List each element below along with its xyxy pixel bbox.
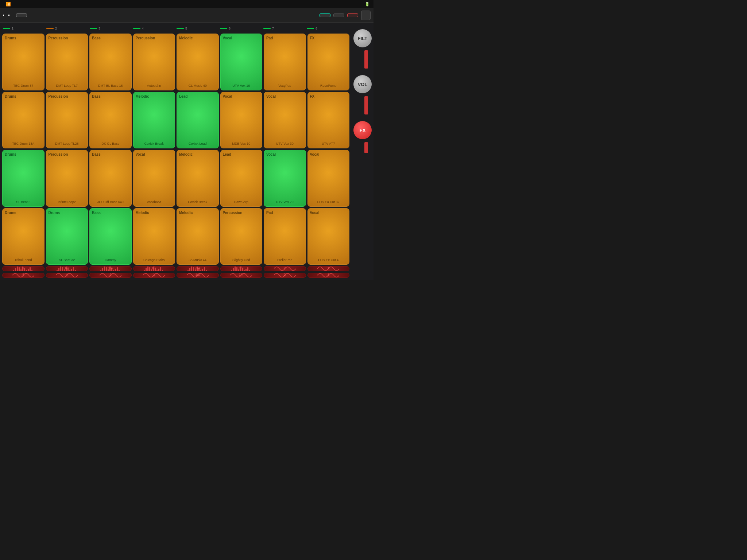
red-pad-1-6[interactable]: 1/3 xyxy=(220,266,263,271)
red-pad-label: 1/4 xyxy=(221,273,262,276)
pad-type: Drums xyxy=(5,152,42,156)
vol-button[interactable]: VOL xyxy=(353,75,372,93)
pad-type: FX xyxy=(310,36,347,40)
fx-button[interactable]: FX xyxy=(353,121,372,139)
pad-1-7[interactable]: Pad VoxyPad xyxy=(264,34,306,90)
pad-3-8[interactable]: Vocal FOS Ea Cut 37 xyxy=(307,150,350,207)
pad-name: Autobahn xyxy=(147,84,161,88)
pad-4-8[interactable]: Vocal FOS Ee Cut 4 xyxy=(307,208,350,265)
pad-1-4[interactable]: Percussion Autobahn xyxy=(133,34,175,90)
red-pad-label: 1/3 xyxy=(221,266,262,270)
pad-4-6[interactable]: Percussion Slightly Odd xyxy=(220,208,263,265)
pad-type: Percussion xyxy=(49,152,86,156)
pad-name: DMT BL Bass 16 xyxy=(98,84,123,88)
pad-type: Melodic xyxy=(136,94,173,98)
pad-type: Percussion xyxy=(223,211,260,215)
red-pad-2-3[interactable]: 2 xyxy=(89,273,132,278)
trigger-button[interactable] xyxy=(333,13,344,17)
pad-type: Bass xyxy=(92,211,129,215)
top-nav xyxy=(0,8,374,23)
red-pad-1-4[interactable]: 1/8 xyxy=(133,266,175,271)
pad-type: Drums xyxy=(5,94,42,98)
pad-2-5[interactable]: Lead Coxick Lead xyxy=(177,92,219,149)
red-row-2: 8 4 2 1 1/2 1/4 xyxy=(2,273,349,278)
red-pad-2-6[interactable]: 1/4 xyxy=(220,273,263,278)
pad-4-3[interactable]: Bass Gammy xyxy=(89,208,132,265)
red-pad-1-1[interactable]: 1 xyxy=(2,266,44,271)
pad-1-2[interactable]: Percussion DMT Loop TL7 xyxy=(46,34,88,90)
pad-3-3[interactable]: Bass JCU Off Bass 640 xyxy=(89,150,132,207)
pad-name: TEC Drum 37 xyxy=(13,84,33,88)
pad-2-7[interactable]: Vocal UTV Vox 30 xyxy=(264,92,306,149)
pad-name: JCU Off Bass 640 xyxy=(97,200,124,204)
svg-rect-21 xyxy=(75,270,76,271)
pad-1-6[interactable]: Vocal UTV Vox 16 xyxy=(220,34,263,90)
svg-rect-54 xyxy=(206,270,207,271)
pad-1-5[interactable]: Melodic GL Music 49 xyxy=(177,34,219,90)
pad-type: Pad xyxy=(266,36,303,40)
pad-3-6[interactable]: Lead Dawn Arp xyxy=(220,150,263,207)
sample-button[interactable] xyxy=(320,13,330,17)
home-button[interactable] xyxy=(16,13,27,17)
red-pad-1-3[interactable]: 1/4 xyxy=(89,266,132,271)
pad-type: Vocal xyxy=(310,152,347,156)
edit-button[interactable] xyxy=(347,13,358,17)
svg-rect-43 xyxy=(162,270,163,271)
status-right: 🔋 xyxy=(363,2,370,7)
pad-2-8[interactable]: FX UTV AT7 xyxy=(307,92,350,149)
pad-2-3[interactable]: Bass DK GL Bass xyxy=(89,92,132,149)
red-pad-label: 2 xyxy=(264,266,306,270)
pad-type: Bass xyxy=(92,94,129,98)
pad-4-4[interactable]: Melodic Chicago Stabs xyxy=(133,208,175,265)
red-pad-1-2[interactable]: 1/2 xyxy=(46,266,88,271)
pad-4-2[interactable]: Drums SL Beat 32 xyxy=(46,208,88,265)
track-label-2: 2 xyxy=(46,25,88,32)
pad-1-8[interactable]: FX ResoPump xyxy=(307,34,350,90)
pad-1-3[interactable]: Bass DMT BL Bass 16 xyxy=(89,34,132,90)
red-pad-1-8[interactable]: 1 xyxy=(307,266,350,271)
red-pad-2-5[interactable]: 1/2 xyxy=(177,273,219,278)
pad-name: Gammy xyxy=(105,258,116,262)
battery-icon: 🔋 xyxy=(365,2,370,7)
logo xyxy=(3,15,9,16)
pad-name: UTV AT7 xyxy=(322,142,335,146)
red-pad-1-7[interactable]: 2 xyxy=(264,266,306,271)
red-pad-2-4[interactable]: 1 xyxy=(133,273,175,278)
svg-rect-11 xyxy=(57,270,58,271)
pad-3-2[interactable]: Percussion InfinteLoop2 xyxy=(46,150,88,207)
red-pad-2-1[interactable]: 8 xyxy=(2,273,44,278)
pad-3-5[interactable]: Melodic Coxick Break xyxy=(177,150,219,207)
red-pad-2-2[interactable]: 4 xyxy=(46,273,88,278)
pad-2-1[interactable]: Drums TEC Drum 13A xyxy=(2,92,44,149)
pad-type: Vocal xyxy=(136,152,173,156)
pad-4-1[interactable]: Drums TribalFriend xyxy=(2,208,44,265)
red-row-1: 1 1/2 1/4 1/8 3/4 1/3 xyxy=(2,266,349,271)
pad-name: Coxick Break xyxy=(188,200,207,204)
pad-2-6[interactable]: Vocal MDE Vox 10 xyxy=(220,92,263,149)
pad-2-2[interactable]: Percussion DMT Loop TL28 xyxy=(46,92,88,149)
pad-3-1[interactable]: Drums SL Beat 6 xyxy=(2,150,44,207)
right-sidebar: FILT VOL FX xyxy=(352,23,374,280)
svg-rect-44 xyxy=(187,270,189,271)
pad-1-1[interactable]: Drums TEC Drum 37 xyxy=(2,34,44,90)
help-button[interactable] xyxy=(361,11,371,20)
filt-button[interactable]: FILT xyxy=(353,29,372,47)
pad-2-4[interactable]: Melodic Coxick Break xyxy=(133,92,175,149)
pad-type: Melodic xyxy=(179,36,216,40)
track-label-7: 7 xyxy=(263,25,305,32)
pad-4-7[interactable]: Pad StellarPad xyxy=(264,208,306,265)
pad-name: JA Music 44 xyxy=(189,258,206,262)
pad-3-4[interactable]: Vocal Vocabasa xyxy=(133,150,175,207)
vol-track xyxy=(364,96,368,114)
pad-type: Melodic xyxy=(179,211,216,215)
red-pad-label: 1 xyxy=(3,266,44,270)
red-pad-2-8[interactable]: 1 xyxy=(307,273,350,278)
pad-4-5[interactable]: Melodic JA Music 44 xyxy=(177,208,219,265)
pad-name: TribalFriend xyxy=(15,258,32,262)
pad-row-2: Drums TEC Drum 13A Percussion DMT Loop T… xyxy=(2,92,349,149)
pad-3-7[interactable]: Vocal UTV Vox 79 xyxy=(264,150,306,207)
red-pad-2-7[interactable]: 2 xyxy=(264,273,306,278)
pad-name: StellarPad xyxy=(277,258,293,262)
pad-name: Coxick Break xyxy=(144,142,164,146)
red-pad-1-5[interactable]: 3/4 xyxy=(177,266,219,271)
